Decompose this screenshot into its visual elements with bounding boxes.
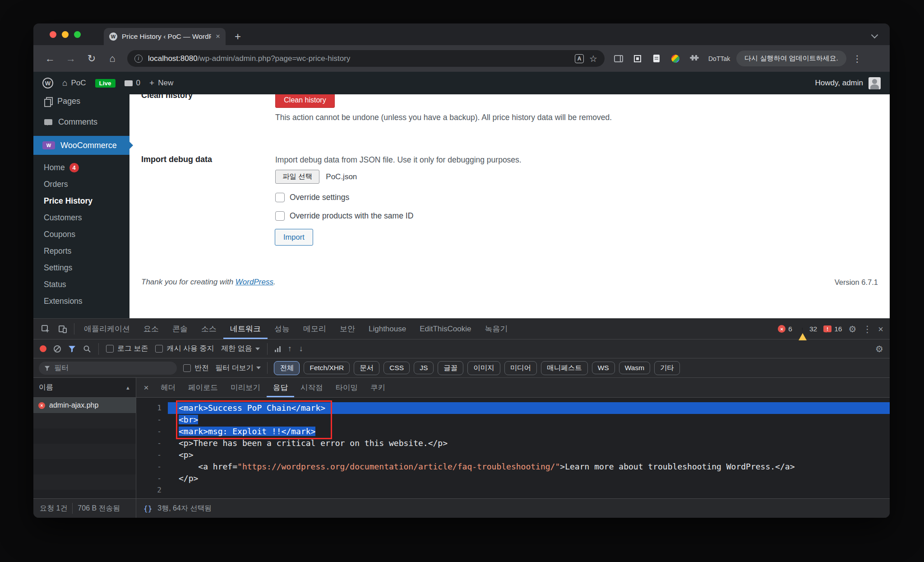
reload-button[interactable]: ↻ [83, 50, 100, 67]
detail-tab-페이로드[interactable]: 페이로드 [182, 378, 224, 397]
detail-tab-미리보기[interactable]: 미리보기 [224, 378, 267, 397]
side-panel-button[interactable] [611, 51, 626, 66]
home-button[interactable]: ⌂ [104, 50, 121, 67]
filter-pill-미디어[interactable]: 미디어 [504, 361, 537, 375]
new-tab-button[interactable]: + [230, 29, 245, 44]
request-row-admin-ajax[interactable]: × admin-ajax.php [33, 398, 136, 413]
export-har-icon[interactable]: ↓ [299, 344, 303, 353]
import-har-icon[interactable]: ↑ [288, 344, 292, 353]
response-line[interactable]: -<p> [136, 449, 890, 461]
console-warnings-badge[interactable]: ! 32 [799, 325, 817, 333]
sidebar-item-comments[interactable]: Comments [33, 111, 129, 132]
detail-tab-헤더[interactable]: 헤더 [154, 378, 182, 397]
response-line[interactable]: 1<mark>Success PoP Chain</mark> [136, 402, 890, 414]
clear-network-log-button[interactable] [54, 345, 61, 353]
extension-label[interactable]: DoTTak [706, 55, 733, 62]
override-products-checkbox[interactable] [275, 211, 285, 221]
format-response-icon[interactable]: {} [143, 504, 152, 513]
sidebar-item-orders[interactable]: Orders [33, 176, 129, 193]
close-button[interactable] [50, 31, 56, 38]
filter-pill-fetch-xhr[interactable]: Fetch/XHR [304, 362, 350, 374]
inspect-element-button[interactable] [37, 319, 54, 339]
wordpress-logo-icon[interactable]: W [42, 78, 53, 88]
detail-tab-응답[interactable]: 응답 [267, 378, 294, 397]
extension-colorpicker-button[interactable] [668, 51, 683, 66]
issues-badge[interactable]: ! 16 [823, 325, 842, 333]
relaunch-to-update-button[interactable]: 다시 실행하여 업데이트하세요. [736, 51, 846, 66]
console-errors-badge[interactable]: × 6 [778, 325, 792, 333]
back-button[interactable]: ← [42, 50, 59, 67]
devtools-tab-소스[interactable]: 소스 [194, 319, 223, 339]
device-toolbar-button[interactable] [54, 319, 71, 339]
devtools-menu-icon[interactable]: ⋮ [863, 325, 872, 334]
admin-bar-new[interactable]: + New [149, 78, 173, 88]
detail-tab-타이밍[interactable]: 타이밍 [329, 378, 365, 397]
devtools-tab-editthiscookie[interactable]: EditThisCookie [413, 319, 478, 339]
filter-pill-전체[interactable]: 전체 [274, 361, 300, 375]
disable-cache-checkbox[interactable] [155, 345, 163, 353]
devtools-tab-애플리케이션[interactable]: 애플리케이션 [77, 319, 137, 339]
filter-pill-기타[interactable]: 기타 [654, 361, 680, 375]
preserve-log-checkbox-row[interactable]: 로그 보존 [106, 344, 148, 353]
devtools-tab-보안[interactable]: 보안 [333, 319, 362, 339]
filter-pill-js[interactable]: JS [414, 362, 434, 374]
extension-qr-button[interactable] [630, 51, 645, 66]
detail-tab-쿠키[interactable]: 쿠키 [364, 378, 392, 397]
zoom-button[interactable] [74, 31, 81, 38]
live-badge[interactable]: Live [95, 79, 116, 88]
sidebar-item-status[interactable]: Status [33, 276, 129, 293]
minimize-button[interactable] [62, 31, 69, 38]
more-filters-dropdown[interactable]: 필터 더보기 [215, 363, 261, 373]
search-icon[interactable] [83, 345, 91, 353]
extensions-menu-button[interactable] [687, 51, 702, 66]
site-info-icon[interactable]: i [134, 55, 143, 63]
response-line[interactable]: -</p> [136, 473, 890, 484]
disable-cache-checkbox-row[interactable]: 캐시 사용 중지 [155, 344, 214, 353]
devtools-tab-콘솔[interactable]: 콘솔 [166, 319, 194, 339]
address-bar[interactable]: i localhost:8080/wp-admin/admin.php?page… [127, 50, 605, 67]
response-line[interactable]: -<mark>msg: Exploit !!</mark> [136, 426, 890, 437]
response-line[interactable]: - <a href="https://wordpress.org/documen… [136, 461, 890, 473]
filter-pill-매니페스트[interactable]: 매니페스트 [541, 361, 588, 375]
invert-checkbox[interactable] [183, 364, 191, 372]
clean-history-button[interactable]: Clean history [275, 94, 335, 108]
sidebar-item-woocommerce[interactable]: W WooCommerce [33, 136, 129, 155]
devtools-tab-메모리[interactable]: 메모리 [296, 319, 333, 339]
response-line[interactable]: -<p>There has been a critical error on t… [136, 437, 890, 449]
throttling-dropdown[interactable]: 제한 없음 [221, 344, 259, 353]
override-settings-checkbox[interactable] [275, 193, 285, 202]
translate-icon[interactable]: A [575, 54, 584, 63]
howdy-admin[interactable]: Howdy, admin [815, 79, 863, 88]
devtools-tab-성능[interactable]: 성능 [268, 319, 296, 339]
filter-pill-css[interactable]: CSS [383, 362, 410, 374]
devtools-settings-icon[interactable]: ⚙ [848, 325, 856, 334]
sidebar-item-coupons[interactable]: Coupons [33, 226, 129, 243]
filter-pill-글꼴[interactable]: 글꼴 [438, 361, 463, 375]
close-detail-icon[interactable]: × [138, 378, 154, 397]
sidebar-item-price-history[interactable]: Price History [33, 193, 129, 209]
devtools-tab-lighthouse[interactable]: Lighthouse [362, 319, 413, 339]
devtools-tab-네트워크[interactable]: 네트워크 [223, 319, 268, 339]
preserve-log-checkbox[interactable] [106, 345, 114, 353]
network-settings-icon[interactable]: ⚙ [875, 344, 883, 353]
admin-bar-site[interactable]: ⌂ PoC [62, 78, 86, 88]
detail-tab-시작점[interactable]: 시작점 [294, 378, 329, 397]
admin-bar-comments[interactable]: 0 [125, 79, 140, 88]
filter-pill-wasm[interactable]: Wasm [619, 362, 650, 374]
filter-funnel-icon[interactable] [68, 345, 76, 353]
sidebar-item-pages[interactable]: Pages [33, 91, 129, 111]
record-network-log-button[interactable] [40, 345, 46, 352]
devtools-close-icon[interactable]: × [878, 325, 883, 334]
avatar[interactable] [869, 77, 881, 89]
sidebar-item-reports[interactable]: Reports [33, 243, 129, 260]
browser-tab[interactable]: W Price History ‹ PoC — WordPr × [104, 28, 226, 45]
sidebar-item-home[interactable]: Home4 [33, 159, 129, 176]
bookmark-star-icon[interactable]: ☆ [589, 53, 597, 64]
filter-pill-문서[interactable]: 문서 [354, 361, 379, 375]
filter-input[interactable] [54, 364, 158, 372]
browser-menu-icon[interactable]: ⋮ [850, 53, 864, 64]
tab-search-chevron-icon[interactable] [871, 32, 878, 39]
tab-close-icon[interactable]: × [216, 32, 220, 41]
sidebar-item-customers[interactable]: Customers [33, 209, 129, 226]
response-line[interactable]: 2 [136, 484, 890, 496]
